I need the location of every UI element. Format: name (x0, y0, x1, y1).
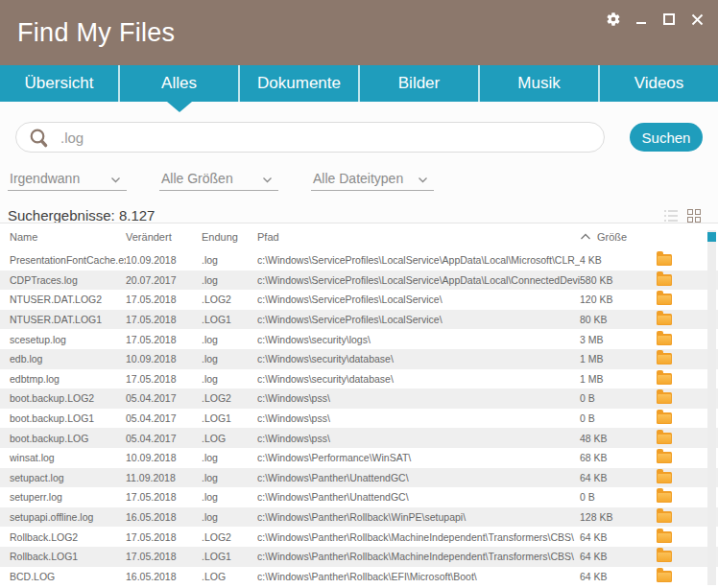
file-path: c:\Windows\Panther\Rollback\MachineIndep… (257, 531, 580, 543)
close-icon[interactable] (687, 10, 706, 29)
file-size: 68 KB (580, 452, 657, 463)
file-modified: 16.05.2018 (126, 571, 202, 582)
open-folder-icon[interactable] (657, 491, 672, 503)
tab-bilder[interactable]: Bilder (358, 65, 478, 102)
open-folder-icon[interactable] (657, 511, 672, 523)
file-path: c:\Windows\Panther\UnattendGC\ (257, 472, 580, 483)
app-title: Find My Files (17, 18, 175, 48)
file-path: c:\Windows\pss\ (257, 412, 580, 424)
table-row[interactable]: BCD.LOG 16.05.2018 .LOG c:\Windows\Panth… (0, 567, 718, 587)
vertical-scrollbar[interactable] (707, 230, 716, 585)
file-extension: .LOG1 (202, 314, 257, 325)
file-size: 1 MB (580, 373, 657, 385)
open-folder-icon[interactable] (657, 274, 672, 286)
open-folder-icon[interactable] (657, 334, 672, 345)
open-folder-icon[interactable] (657, 452, 672, 463)
grid-view-icon[interactable] (687, 209, 701, 223)
search-input[interactable] (16, 123, 604, 152)
table-row[interactable]: winsat.log 10.09.2018 .log c:\Windows\Pe… (0, 448, 718, 468)
column-header-size[interactable]: Größe (580, 231, 657, 243)
file-modified: 10.09.2018 (126, 254, 202, 266)
table-row[interactable]: scesetup.log 17.05.2018 .log c:\Windows\… (0, 329, 718, 349)
table-row[interactable]: boot.backup.LOG2 05.04.2017 .LOG2 c:\Win… (0, 388, 718, 409)
table-row[interactable]: edbtmp.log 17.05.2018 .log c:\Windows\se… (0, 369, 718, 389)
scrollbar-thumb[interactable] (707, 232, 716, 242)
file-path: c:\Windows\Panther\Rollback\EFI\Microsof… (257, 571, 580, 582)
file-size: 80 KB (580, 314, 657, 325)
file-name: boot.backup.LOG1 (0, 412, 126, 424)
tab-übersicht[interactable]: Übersicht (0, 65, 118, 102)
filter-dropdown-1[interactable]: Alle Größen (159, 171, 278, 191)
file-modified: 05.04.2017 (126, 412, 202, 424)
file-name: PresentationFontCache.exe.log (0, 254, 126, 266)
file-extension: .log (202, 334, 257, 345)
table-row[interactable]: CDPTraces.log 20.07.2017 .log c:\Windows… (0, 270, 718, 291)
open-folder-icon[interactable] (657, 412, 672, 424)
file-extension: .LOG2 (202, 294, 257, 305)
file-path: c:\Windows\security\logs\ (257, 334, 580, 345)
titlebar: Find My Files (0, 0, 718, 65)
chevron-down-icon (110, 171, 121, 186)
column-header-modified[interactable]: Verändert (126, 231, 202, 243)
table-row[interactable]: Rollback.LOG1 17.05.2018 .LOG1 c:\Window… (0, 547, 718, 567)
open-folder-icon[interactable] (657, 531, 672, 543)
file-name: Rollback.LOG2 (0, 531, 126, 543)
table-row[interactable]: boot.backup.LOG 05.04.2017 .LOG c:\Windo… (0, 428, 718, 448)
file-name: BCD.LOG (0, 571, 126, 582)
table-row[interactable]: NTUSER.DAT.LOG2 17.05.2018 .LOG2 c:\Wind… (0, 290, 718, 310)
open-folder-icon[interactable] (657, 472, 672, 483)
file-path: c:\Windows\ServiceProfiles\LocalService\ (257, 314, 580, 325)
open-folder-icon[interactable] (657, 314, 672, 325)
file-extension: .LOG1 (202, 551, 257, 562)
file-path: c:\Windows\security\database\ (257, 353, 580, 365)
file-modified: 20.07.2017 (126, 274, 202, 286)
maximize-icon[interactable] (659, 10, 679, 29)
tab-alles[interactable]: Alles (118, 65, 238, 102)
results-row: Suchergebnisse: 8.127 (8, 207, 701, 223)
table-row[interactable]: setupapi.offline.log 16.05.2018 .log c:\… (0, 507, 718, 528)
open-folder-icon[interactable] (657, 571, 672, 582)
table-row[interactable]: setuperr.log 17.05.2018 .log c:\Windows\… (0, 487, 718, 507)
file-extension: .log (202, 373, 257, 385)
minimize-icon[interactable] (632, 10, 651, 29)
open-folder-icon[interactable] (657, 551, 672, 562)
file-name: NTUSER.DAT.LOG2 (0, 294, 126, 305)
open-folder-icon[interactable] (657, 294, 672, 305)
table-row[interactable]: Rollback.LOG2 17.05.2018 .LOG2 c:\Window… (0, 527, 718, 547)
table-row[interactable]: PresentationFontCache.exe.log 10.09.2018… (0, 250, 718, 270)
filter-dropdown-2[interactable]: Alle Dateitypen (311, 171, 434, 191)
table-row[interactable]: edb.log 10.09.2018 .log c:\Windows\secur… (0, 349, 718, 369)
file-extension: .log (202, 511, 257, 523)
open-folder-icon[interactable] (657, 353, 672, 365)
table-row[interactable]: boot.backup.LOG1 05.04.2017 .LOG1 c:\Win… (0, 409, 718, 429)
table-row[interactable]: setupact.log 11.09.2018 .log c:\Windows\… (0, 468, 718, 488)
file-size: 128 KB (580, 511, 657, 523)
tab-dokumente[interactable]: Dokumente (238, 65, 358, 102)
file-size: 580 KB (580, 274, 657, 286)
file-path: c:\Windows\Panther\UnattendGC\ (257, 491, 580, 503)
file-extension: .LOG (202, 433, 257, 444)
search-button[interactable]: Suchen (630, 123, 703, 152)
file-modified: 17.05.2018 (126, 334, 202, 345)
open-folder-icon[interactable] (657, 392, 672, 404)
open-folder-icon[interactable] (657, 373, 672, 385)
file-size: 48 KB (580, 433, 657, 444)
file-extension: .log (202, 353, 257, 365)
column-header-path[interactable]: Pfad (257, 231, 580, 243)
list-view-icon[interactable] (664, 210, 678, 222)
file-size: 0 B (580, 392, 657, 404)
chevron-down-icon (262, 171, 273, 186)
file-path: c:\Windows\security\database\ (257, 373, 580, 385)
table-row[interactable]: NTUSER.DAT.LOG1 17.05.2018 .LOG1 c:\Wind… (0, 310, 718, 330)
column-header-extension[interactable]: Endung (202, 231, 257, 243)
filter-label: Alle Dateitypen (313, 171, 403, 186)
open-folder-icon[interactable] (657, 433, 672, 444)
settings-gear-icon[interactable] (604, 10, 623, 29)
tab-bar: Übersicht Alles Dokumente Bilder Musik V… (0, 65, 718, 102)
file-size: 64 KB (580, 571, 657, 582)
open-folder-icon[interactable] (657, 254, 672, 266)
column-header-name[interactable]: Name (0, 231, 126, 243)
tab-musik[interactable]: Musik (478, 65, 598, 102)
tab-videos[interactable]: Videos (598, 65, 718, 102)
filter-dropdown-0[interactable]: Irgendwann (8, 171, 127, 191)
